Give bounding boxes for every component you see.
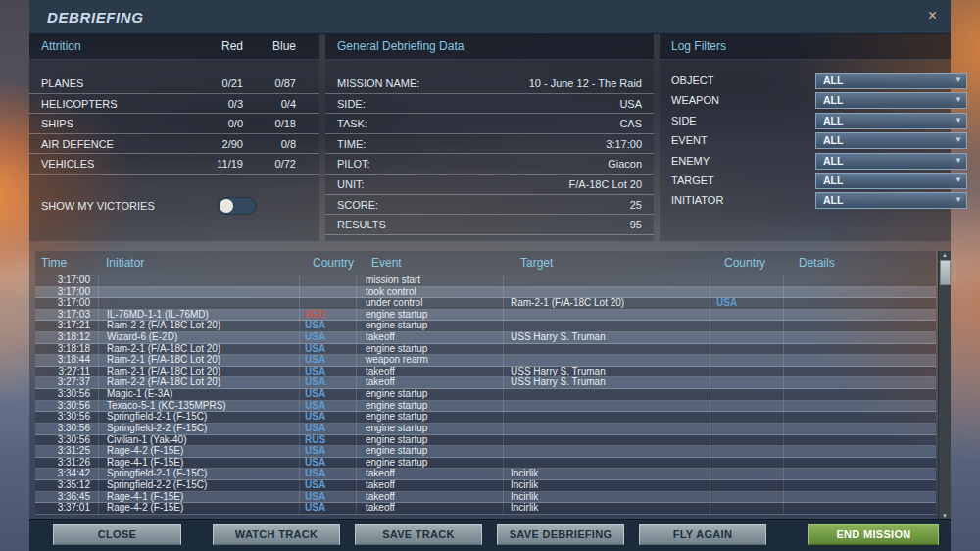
- attrition-title: Attrition: [41, 34, 81, 59]
- scrollbar-thumb[interactable]: [940, 260, 951, 285]
- log-cell-time: 3:30:56: [35, 389, 98, 400]
- filter-dropdown[interactable]: ALL ▼: [815, 173, 967, 189]
- fly-again-button[interactable]: FLY AGAIN: [639, 524, 766, 545]
- log-cell-details: [783, 503, 936, 514]
- log-cell-country: USA: [299, 503, 356, 514]
- log-cell-country2: [710, 287, 783, 298]
- log-row[interactable]: 3:31:26 Rage-4-1 (F-15E) USA engine star…: [35, 458, 936, 470]
- log-cell-country: [299, 287, 356, 298]
- filter-dropdown[interactable]: ALL ▼: [815, 92, 967, 109]
- general-row: SIDE: USA: [325, 94, 654, 115]
- watch-track-button[interactable]: WATCH TRACK: [213, 524, 340, 545]
- log-row[interactable]: 3:30:56 Civilian-1 (Yak-40) RUS engine s…: [35, 435, 936, 447]
- log-cell-country: USA: [299, 389, 356, 400]
- log-cell-time: 3:31:25: [35, 446, 98, 457]
- log-cell-event: weapon rearm: [356, 355, 503, 366]
- log-row[interactable]: 3:17:00 under control Ram-2-1 (F/A-18C L…: [35, 298, 936, 310]
- log-scrollbar[interactable]: ▲ ▼: [938, 251, 951, 520]
- log-cell-time: 3:18:12: [35, 332, 98, 343]
- save-debriefing-button[interactable]: SAVE DEBRIEFING: [497, 524, 624, 545]
- log-row[interactable]: 3:17:00 mission start: [35, 276, 936, 287]
- log-cell-time: 3:17:03: [35, 310, 98, 321]
- log-cell-country: RED: [299, 310, 356, 321]
- log-cell-country2: [710, 503, 783, 514]
- filter-dropdown[interactable]: ALL ▼: [815, 132, 967, 149]
- close-button[interactable]: CLOSE: [53, 524, 181, 545]
- log-row[interactable]: 3:18:12 Wizard-6 (E-2D) USA takeoff USS …: [35, 332, 936, 344]
- log-row[interactable]: 3:31:25 Rage-4-2 (F-15E) USA engine star…: [35, 446, 936, 458]
- filter-dropdown[interactable]: ALL ▼: [815, 113, 967, 129]
- log-cell-country: USA: [299, 469, 356, 479]
- bottom-button-bar: CLOSE WATCH TRACK SAVE TRACK SAVE DEBRIE…: [29, 519, 951, 551]
- log-row[interactable]: 3:27:37 Ram-2-2 (F/A-18C Lot 20) USA tak…: [35, 377, 936, 389]
- log-cell-time: 3:17:21: [35, 321, 98, 331]
- general-row-label: MISSION NAME:: [337, 74, 419, 93]
- log-cell-country2: [710, 377, 783, 388]
- log-cell-event: engine startup: [356, 321, 503, 331]
- general-title: General Debriefing Data: [337, 34, 464, 59]
- log-cell-country: USA: [299, 492, 356, 503]
- log-cell-country2: [710, 458, 783, 469]
- log-row[interactable]: 3:17:03 IL-76MD-1-1 (IL-76MD) RED engine…: [35, 310, 936, 322]
- attrition-blue-value: 0/4: [253, 94, 296, 114]
- log-cell-initiator: Springfield-2-1 (F-15C): [98, 469, 299, 479]
- log-cell-target: [503, 287, 710, 298]
- log-cell-initiator: Texaco-5-1 (KC-135MPRS): [98, 401, 299, 412]
- log-row[interactable]: 3:17:00 took control: [35, 287, 936, 299]
- log-row[interactable]: 3:36:45 Rage-4-1 (F-15E) USA takeoff Inc…: [35, 492, 936, 504]
- log-cell-details: [783, 412, 936, 423]
- log-cell-country2: [710, 276, 783, 286]
- filter-dropdown[interactable]: ALL ▼: [815, 153, 967, 170]
- show-my-victories-row: SHOW MY VICTORIES: [29, 196, 319, 216]
- end-mission-button[interactable]: END MISSION: [808, 524, 939, 545]
- log-cell-event: under control: [356, 298, 503, 309]
- attrition-row: VEHICLES 11/19 0/72: [29, 154, 319, 175]
- filter-row: SIDE ALL ▼: [660, 112, 951, 131]
- general-row-label: TIME:: [337, 134, 366, 154]
- log-cell-initiator: Civilian-1 (Yak-40): [98, 435, 299, 446]
- filter-label: OBJECT: [671, 72, 713, 90]
- log-cell-initiator: Springfield-2-2 (F-15C): [98, 424, 299, 434]
- show-my-victories-toggle[interactable]: [218, 197, 257, 215]
- log-cell-country: USA: [299, 446, 356, 457]
- log-row[interactable]: 3:35:12 Springfield-2-2 (F-15C) USA take…: [35, 480, 936, 492]
- log-row[interactable]: 3:30:56 Magic-1 (E-3A) USA engine startu…: [35, 389, 936, 401]
- log-cell-country: [299, 298, 356, 309]
- log-cell-target: [503, 389, 710, 400]
- filter-dropdown-value: ALL: [823, 93, 843, 108]
- log-cell-target: [503, 321, 710, 331]
- show-my-victories-label: SHOW MY VICTORIES: [41, 196, 155, 216]
- log-cell-time: 3:31:26: [35, 458, 98, 469]
- filter-dropdown[interactable]: ALL ▼: [815, 192, 967, 209]
- general-row-label: TASK:: [337, 114, 368, 133]
- log-row[interactable]: 3:18:44 Ram-2-1 (F/A-18C Lot 20) USA wea…: [35, 355, 936, 367]
- close-icon[interactable]: ×: [928, 8, 937, 24]
- log-cell-country2: [710, 355, 783, 366]
- log-cell-country: USA: [299, 332, 356, 343]
- log-header-target: Target: [503, 251, 710, 276]
- filter-dropdown[interactable]: ALL ▼: [815, 73, 967, 89]
- filter-row: INITIATOR ALL ▼: [660, 191, 951, 211]
- log-cell-details: [783, 332, 936, 343]
- log-cell-initiator: Springfield-2-2 (F-15C): [98, 480, 299, 491]
- log-cell-event: engine startup: [356, 310, 503, 321]
- log-row[interactable]: 3:17:21 Ram-2-2 (F/A-18C Lot 20) USA eng…: [35, 321, 936, 332]
- attrition-row: HELICOPTERS 0/3 0/4: [29, 94, 319, 115]
- log-cell-details: [783, 469, 936, 479]
- log-table-header: Time Initiator Country Event Target Coun…: [35, 251, 936, 276]
- log-row[interactable]: 3:27:11 Ram-2-1 (F/A-18C Lot 20) USA tak…: [35, 367, 936, 378]
- save-track-button[interactable]: SAVE TRACK: [355, 524, 482, 545]
- log-row[interactable]: 3:30:56 Springfield-2-2 (F-15C) USA engi…: [35, 424, 936, 435]
- log-row[interactable]: 3:37:01 Rage-4-2 (F-15E) USA takeoff Inc…: [35, 503, 936, 515]
- scroll-up-icon[interactable]: ▲: [939, 251, 951, 259]
- attrition-row-label: SHIPS: [41, 114, 74, 133]
- log-cell-time: 3:36:45: [35, 492, 98, 503]
- log-cell-details: [783, 424, 936, 434]
- log-cell-country2: [710, 435, 783, 446]
- log-row[interactable]: 3:30:56 Springfield-2-1 (F-15C) USA engi…: [35, 412, 936, 424]
- attrition-blue-value: 0/18: [253, 114, 296, 133]
- log-row[interactable]: 3:18:18 Ram-2-1 (F/A-18C Lot 20) USA eng…: [35, 344, 936, 356]
- log-row[interactable]: 3:30:56 Texaco-5-1 (KC-135MPRS) USA engi…: [35, 401, 936, 413]
- filter-dropdown-value: ALL: [823, 154, 843, 169]
- log-row[interactable]: 3:34:42 Springfield-2-1 (F-15C) USA take…: [35, 469, 936, 480]
